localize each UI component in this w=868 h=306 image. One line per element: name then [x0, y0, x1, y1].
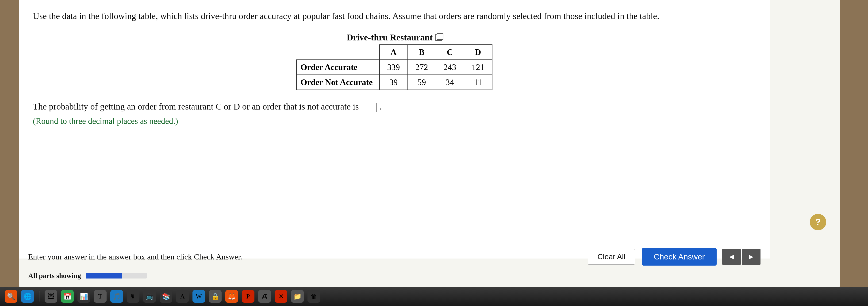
- bottom-controls: Enter your answer in the answer box and …: [19, 255, 770, 266]
- all-parts-label: All parts showing: [28, 272, 81, 280]
- taskbar-icon-app-red[interactable]: P: [242, 290, 254, 303]
- copy-icon[interactable]: [435, 34, 442, 41]
- table-title: Drive-thru Restaurant: [347, 32, 433, 43]
- help-button[interactable]: ?: [810, 214, 826, 230]
- taskbar-icon-podcast[interactable]: 🎙: [127, 290, 140, 303]
- table-row: Order Accurate 339 272 243 121: [297, 60, 492, 75]
- col-header-c: C: [436, 45, 464, 60]
- taskbar-icon-calendar[interactable]: 📅: [61, 290, 74, 303]
- taskbar: 🔍 🌐 🖼 📅 📊 T 🎵 🎙 📺 📚 A W 🔒 🦊 P 🖨 ✕ 📁 🗑: [0, 287, 868, 306]
- col-header-a: A: [379, 45, 408, 60]
- table-section: Drive-thru Restaurant A B C D Order Accu…: [33, 32, 756, 90]
- cell-a-accurate: 339: [379, 60, 408, 75]
- round-note: (Round to three decimal places as needed…: [33, 116, 178, 126]
- progress-bar: [86, 273, 147, 278]
- probability-text-part2: .: [379, 102, 382, 111]
- cell-b-not-accurate: 59: [408, 75, 436, 90]
- problem-instruction: Use the data in the following table, whi…: [33, 9, 690, 23]
- divider: [19, 237, 770, 238]
- taskbar-icon-word[interactable]: W: [192, 290, 205, 303]
- col-header-b: B: [408, 45, 436, 60]
- taskbar-icon-printer[interactable]: 🖨: [258, 290, 271, 303]
- taskbar-icon-finder[interactable]: 🔍: [5, 290, 18, 303]
- next-button[interactable]: ►: [742, 249, 761, 265]
- cell-b-accurate: 272: [408, 60, 436, 75]
- taskbar-icon-browser[interactable]: 🌐: [21, 290, 34, 303]
- cell-d-not-accurate: 11: [464, 75, 492, 90]
- row-label-not-accurate: Order Not Accurate: [297, 75, 379, 90]
- taskbar-separator: [39, 291, 39, 302]
- answer-input-box[interactable]: [363, 103, 377, 112]
- table-row: Order Not Accurate 39 59 34 11: [297, 75, 492, 90]
- check-answer-button[interactable]: Check Answer: [642, 248, 716, 266]
- prev-button[interactable]: ◄: [722, 249, 741, 265]
- data-table: A B C D Order Accurate 339 272 243 121: [296, 45, 492, 90]
- taskbar-icon-text[interactable]: T: [94, 290, 106, 303]
- probability-text-part1: The probability of getting an order from…: [33, 102, 359, 111]
- taskbar-icon-firefox[interactable]: 🦊: [225, 290, 238, 303]
- taskbar-icon-misc[interactable]: 📁: [291, 290, 304, 303]
- progress-bar-fill: [86, 273, 122, 278]
- cell-d-accurate: 121: [464, 60, 492, 75]
- taskbar-icon-photos[interactable]: 🖼: [44, 290, 57, 303]
- taskbar-icon-close[interactable]: ✕: [275, 290, 287, 303]
- all-parts-section: All parts showing: [19, 272, 770, 280]
- table-corner-cell: [297, 45, 379, 60]
- taskbar-icon-music[interactable]: 🎵: [110, 290, 123, 303]
- taskbar-icon-tv[interactable]: 📺: [143, 290, 156, 303]
- cell-c-not-accurate: 34: [436, 75, 464, 90]
- enter-instruction: Enter your answer in the answer box and …: [28, 252, 588, 261]
- taskbar-icon-lock[interactable]: 🔒: [209, 290, 222, 303]
- cell-a-not-accurate: 39: [379, 75, 408, 90]
- table-title-row: Drive-thru Restaurant: [347, 32, 442, 43]
- table-header-row: A B C D: [297, 45, 492, 60]
- taskbar-icon-stats[interactable]: 📊: [78, 290, 90, 303]
- taskbar-icon-trash[interactable]: 🗑: [308, 290, 320, 303]
- cell-c-accurate: 243: [436, 60, 464, 75]
- taskbar-icon-appstore[interactable]: A: [176, 290, 189, 303]
- probability-question: The probability of getting an order from…: [33, 100, 690, 128]
- row-label-accurate: Order Accurate: [297, 60, 379, 75]
- clear-all-button[interactable]: Clear All: [588, 249, 635, 265]
- taskbar-icon-books[interactable]: 📚: [160, 290, 172, 303]
- col-header-d: D: [464, 45, 492, 60]
